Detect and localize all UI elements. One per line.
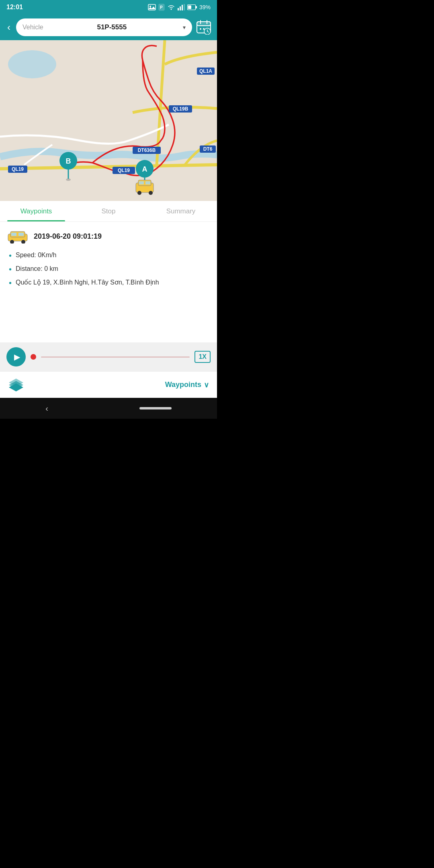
tabs: Waypoints Stop Summary [0, 201, 217, 222]
svg-point-40 [149, 191, 153, 195]
road-label-dt6: DT6 [203, 146, 213, 152]
road-label-ql19-center: QL19 [118, 168, 130, 173]
back-button[interactable]: ‹ [6, 20, 12, 35]
svg-rect-13 [197, 22, 211, 26]
signal-icon [178, 4, 185, 10]
battery-percent: 39% [199, 4, 211, 10]
svg-rect-48 [18, 233, 24, 236]
svg-rect-10 [196, 6, 197, 8]
road-label-ql19b: QL19B [173, 106, 188, 112]
calendar-button[interactable] [196, 20, 211, 35]
bullet-address: • [9, 278, 12, 288]
status-bar: 12:01 P [0, 0, 217, 14]
bullet-speed: • [9, 251, 12, 260]
car-icon [7, 229, 28, 244]
playback-bar: ▶ 1X [0, 342, 217, 371]
svg-rect-41 [139, 181, 144, 184]
vehicle-label: Vehicle [23, 24, 43, 31]
waypoints-dropdown[interactable]: Waypoints ∨ [165, 381, 209, 389]
parking-icon: P [158, 4, 165, 11]
play-icon: ▶ [14, 352, 20, 362]
speed-badge[interactable]: 1X [194, 351, 211, 363]
distance-info: Distance: 0 km [16, 264, 58, 273]
navigation-bar: ‹ [0, 398, 217, 419]
header: ‹ Vehicle 51P-5555 ▾ [0, 14, 217, 40]
svg-text:P: P [160, 5, 163, 10]
layers-icon [8, 378, 24, 392]
svg-point-17 [203, 28, 205, 30]
battery-icon [187, 4, 197, 10]
speed-row: • Speed: 0Km/h [9, 251, 210, 260]
svg-point-16 [200, 28, 201, 30]
bullet-distance: • [9, 264, 12, 274]
point-b-label: B [66, 157, 71, 165]
svg-rect-8 [184, 4, 185, 10]
road-label-ql19-left: QL19 [12, 166, 24, 172]
waypoint-info: • Speed: 0Km/h • Distance: 0 km • Quốc L… [7, 251, 210, 288]
bottom-bar: Waypoints ∨ [0, 371, 217, 398]
layers-button[interactable] [8, 378, 24, 392]
svg-rect-47 [11, 233, 16, 236]
tab-summary[interactable]: Summary [145, 201, 217, 221]
home-indicator[interactable] [139, 407, 172, 409]
map-svg: QL19 QL1A QL19B QL19 DT636B DT6 B A [0, 40, 217, 201]
dropdown-arrow-icon: ▾ [183, 24, 186, 31]
tab-waypoints[interactable]: Waypoints [0, 201, 72, 221]
svg-point-39 [137, 191, 141, 195]
waypoint-content: 2019-06-20 09:01:19 • Speed: 0Km/h • Dis… [0, 222, 217, 342]
image-icon [148, 4, 156, 10]
svg-point-4 [170, 9, 172, 10]
distance-row: • Distance: 0 km [9, 264, 210, 274]
vehicle-id: 51P-5555 [97, 23, 127, 31]
progress-track[interactable] [41, 356, 190, 358]
map-container[interactable]: QL19 QL1A QL19B QL19 DT636B DT6 B A [0, 40, 217, 201]
svg-rect-11 [188, 6, 191, 9]
status-icons: P 39% [148, 4, 211, 11]
waypoint-datetime: 2019-06-20 09:01:19 [34, 232, 102, 241]
svg-point-23 [8, 50, 56, 78]
chevron-down-icon: ∨ [204, 381, 209, 389]
status-time: 12:01 [6, 4, 23, 11]
wifi-icon [167, 4, 175, 10]
point-a-label: A [142, 165, 147, 173]
vehicle-selector[interactable]: Vehicle 51P-5555 ▾ [16, 18, 192, 36]
svg-rect-6 [180, 6, 181, 10]
address-info: Quốc Lộ 19, X.Bình Nghi, H.Tây Sơn, T.Bì… [16, 278, 159, 287]
tab-stop[interactable]: Stop [72, 201, 145, 221]
record-dot [31, 354, 36, 360]
speed-info: Speed: 0Km/h [16, 251, 56, 260]
svg-rect-7 [182, 5, 183, 10]
waypoint-header: 2019-06-20 09:01:19 [7, 229, 210, 244]
nav-back-button[interactable]: ‹ [45, 404, 48, 413]
svg-point-1 [149, 6, 151, 7]
address-row: • Quốc Lộ 19, X.Bình Nghi, H.Tây Sơn, T.… [9, 278, 210, 288]
svg-point-34 [66, 178, 71, 181]
svg-rect-5 [178, 8, 179, 10]
road-label-dt636b: DT636B [138, 147, 156, 153]
road-label-ql1a: QL1A [199, 68, 212, 74]
svg-rect-42 [145, 181, 150, 184]
play-button[interactable]: ▶ [6, 347, 26, 366]
waypoints-label-text: Waypoints [165, 381, 201, 389]
